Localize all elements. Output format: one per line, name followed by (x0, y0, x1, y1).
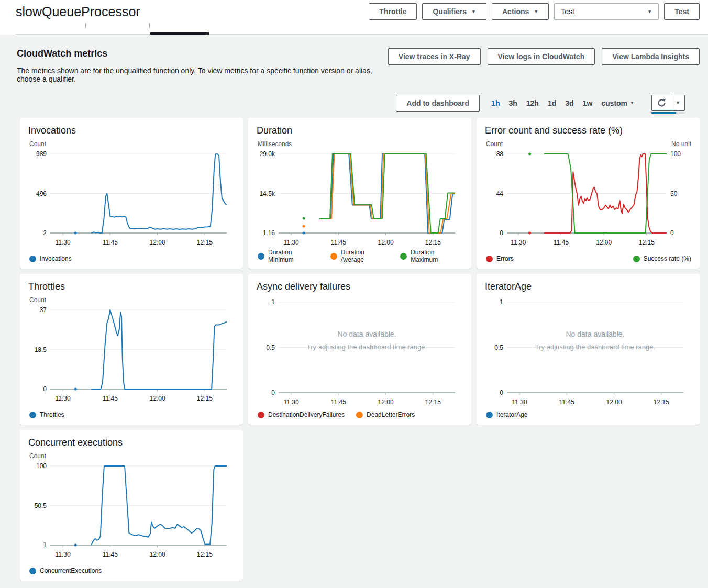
svg-text:11:30: 11:30 (56, 395, 71, 402)
svg-text:12:00: 12:00 (606, 398, 622, 406)
chart-plot: 10.5011:3011:4512:0012:15No data availab… (485, 297, 691, 408)
svg-text:11:45: 11:45 (331, 398, 346, 406)
metrics-grid: Invocations Count 989496211:3011:4512:00… (20, 118, 700, 581)
svg-text:11:30: 11:30 (284, 398, 299, 406)
y-axis-right-unit: No unit (671, 140, 691, 148)
chart-title: IteratorAge (485, 281, 691, 292)
throttle-button[interactable]: Throttle (369, 3, 417, 20)
svg-text:12:15: 12:15 (654, 398, 669, 406)
legend-label: Throttles (40, 411, 64, 418)
y-axis-unit: Count (29, 140, 46, 148)
chart-plot: 29.0k14.5k1.1611:3011:4512:0012:15 (257, 149, 463, 249)
legend-label: Invocations (40, 255, 72, 262)
svg-text:11:45: 11:45 (103, 551, 118, 558)
test-button[interactable]: Test (664, 3, 700, 20)
svg-text:0.5: 0.5 (266, 344, 275, 351)
svg-text:11:45: 11:45 (103, 239, 118, 246)
legend-swatch-icon (29, 256, 36, 262)
y-axis-unit: Count (29, 296, 46, 304)
section-description: The metrics shown are for the unqualifie… (17, 66, 388, 83)
svg-text:44: 44 (496, 190, 504, 197)
legend-swatch-icon (356, 412, 363, 418)
svg-text:Try adjusting the dashboard ti: Try adjusting the dashboard time range. (307, 343, 427, 351)
legend-swatch-icon (486, 412, 493, 418)
legend-item: Success rate (%) (633, 255, 691, 262)
svg-text:88: 88 (496, 150, 504, 158)
legend-item: ConcurrentExecutions (29, 567, 102, 574)
time-range-custom[interactable]: custom ▼ (601, 99, 634, 107)
chart-title: Error count and success rate (%) (485, 125, 691, 136)
chart-plot: 10050.5111:3011:4512:0012:15 (28, 461, 235, 561)
svg-text:11:30: 11:30 (56, 239, 71, 246)
metrics-links: View traces in X-Ray View logs in CloudW… (388, 48, 700, 65)
legend-swatch-icon (633, 256, 640, 262)
svg-text:12:15: 12:15 (197, 395, 213, 402)
legend-swatch-icon (258, 412, 264, 418)
test-event-select-value: Test (561, 7, 574, 16)
svg-text:11:30: 11:30 (512, 398, 527, 406)
chart-legend: ConcurrentExecutions (28, 567, 235, 574)
chart-legend: Invocations (28, 255, 235, 262)
time-range-1w[interactable]: 1w (583, 99, 593, 107)
refresh-options-button[interactable]: ▼ (671, 95, 684, 110)
legend-label: DeadLetterErrors (367, 411, 415, 418)
time-range-1d[interactable]: 1d (548, 99, 556, 107)
legend-item: DeadLetterErrors (356, 411, 415, 418)
active-tab-indicator[interactable] (150, 32, 209, 35)
legend-item: Throttles (29, 411, 64, 418)
actions-button[interactable]: Actions ▼ (492, 3, 549, 20)
auto-refresh-progress (651, 112, 684, 114)
chart-legend: DestinationDeliveryFailuresDeadLetterErr… (257, 411, 463, 418)
svg-text:11:30: 11:30 (284, 239, 299, 246)
legend-swatch-icon (330, 253, 337, 260)
view-logs-button[interactable]: View logs in CloudWatch (488, 48, 595, 65)
tab-separator (149, 23, 150, 28)
svg-text:Try adjusting the dashboard ti: Try adjusting the dashboard time range. (535, 343, 655, 351)
svg-text:No data available.: No data available. (566, 330, 624, 338)
legend-label: ConcurrentExecutions (40, 567, 102, 574)
legend-item: IteratorAge (486, 411, 527, 418)
svg-text:496: 496 (36, 190, 47, 197)
chart-legend: Throttles (28, 411, 235, 418)
time-range-3h[interactable]: 3h (508, 99, 517, 107)
metric-card-throttles: Throttles Count 3718.5011:3011:4512:0012… (20, 274, 243, 425)
add-to-dashboard-button[interactable]: Add to dashboard (396, 95, 480, 112)
svg-text:1: 1 (43, 541, 47, 549)
legend-item: Errors (486, 255, 514, 262)
svg-text:12:15: 12:15 (425, 398, 441, 406)
svg-text:100: 100 (670, 150, 681, 158)
svg-text:14.5k: 14.5k (260, 190, 275, 197)
time-range-12h[interactable]: 12h (526, 99, 539, 107)
svg-text:29.0k: 29.0k (260, 150, 275, 158)
y-axis-unit: Count (486, 140, 503, 148)
svg-text:18.5: 18.5 (35, 346, 47, 353)
svg-text:12:00: 12:00 (596, 239, 612, 246)
metric-card-duration: Duration Milliseconds 29.0k14.5k1.1611:3… (248, 118, 471, 269)
y-axis-unit: Count (29, 452, 46, 460)
metrics-toolbar: Add to dashboard 1h 3h 12h 1d 3d 1w cust… (0, 95, 708, 115)
svg-text:No data available.: No data available. (337, 330, 396, 338)
time-range-3d[interactable]: 3d (565, 99, 573, 107)
svg-text:11:45: 11:45 (559, 398, 574, 406)
svg-text:37: 37 (40, 306, 47, 314)
qualifiers-button[interactable]: Qualifiers ▼ (422, 3, 486, 20)
svg-text:12:00: 12:00 (150, 395, 165, 402)
view-xray-button[interactable]: View traces in X-Ray (388, 48, 481, 65)
refresh-button[interactable] (652, 95, 671, 110)
chart-title: Concurrent executions (28, 437, 235, 448)
legend-label: Success rate (%) (644, 255, 691, 262)
svg-text:0.5: 0.5 (494, 344, 503, 351)
view-lambda-insights-button[interactable]: View Lambda Insights (602, 48, 700, 65)
refresh-control: ▼ (651, 95, 685, 114)
test-event-select[interactable]: Test ▼ (554, 3, 659, 20)
legend-item: Duration Minimum (258, 249, 319, 263)
svg-text:989: 989 (36, 150, 47, 158)
chart-legend: ErrorsSuccess rate (%) (485, 255, 691, 262)
time-range-1h[interactable]: 1h (491, 99, 500, 107)
svg-text:0: 0 (43, 385, 47, 393)
svg-text:12:00: 12:00 (150, 239, 165, 246)
legend-item: DestinationDeliveryFailures (258, 411, 345, 418)
page-title: slowQueueProcessor (16, 4, 140, 19)
function-header: slowQueueProcessor Throttle Qualifiers ▼… (0, 0, 708, 35)
chart-title: Invocations (28, 125, 235, 136)
